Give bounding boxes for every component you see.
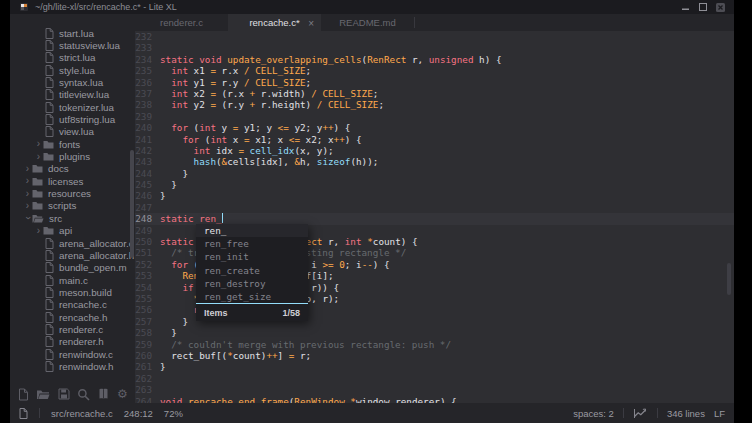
tree-item-label: licenses (48, 176, 83, 187)
tree-item-label: rencache.c (59, 299, 107, 310)
sidebar-scrollbar[interactable] (130, 150, 134, 258)
chevron-right-icon[interactable]: › (23, 176, 32, 186)
code-line-255[interactable]: 255 *rp = merge_rects(*rp, r); (135, 293, 502, 304)
new-file-button[interactable] (17, 388, 29, 401)
chevron-right-icon[interactable]: › (23, 164, 32, 174)
tree-item-syntax-lua[interactable]: syntax.lua (10, 76, 135, 88)
tree-item-renderer-c[interactable]: renderer.c (10, 323, 135, 335)
code-line-247[interactable]: 247 (135, 202, 502, 213)
chevron-right-icon[interactable]: › (23, 189, 32, 199)
autocomplete-item-ren_destroy[interactable]: ren_destroy (196, 277, 308, 290)
tree-item-rencache-h[interactable]: rencache.h (10, 311, 135, 323)
code-line-244[interactable]: 244 } (135, 168, 502, 179)
chevron-right-icon[interactable]: › (23, 201, 32, 211)
code-line-261[interactable]: 261} (135, 361, 502, 372)
tree-item-api[interactable]: ›api (10, 225, 135, 237)
tree-item-view-lua[interactable]: view.lua (10, 126, 135, 138)
status-cursor-position[interactable]: 248:12 (124, 408, 153, 419)
tree-item-docs[interactable]: ›docs (10, 163, 135, 175)
search-button[interactable] (77, 388, 90, 401)
close-tab-icon[interactable]: × (308, 17, 314, 28)
tree-item-strict-lua[interactable]: strict.lua (10, 52, 135, 64)
code-line-246[interactable]: 246} (135, 190, 502, 201)
code-line-251[interactable]: 251 /* try to merge with existing rectan… (135, 247, 502, 258)
code-line-241[interactable]: 241 for (int x = x1; x <= x2; x++) { (135, 134, 502, 145)
code-line-232[interactable]: 232 (135, 31, 502, 42)
tree-item-src[interactable]: ›src (10, 212, 135, 224)
tree-item-licenses[interactable]: ›licenses (10, 175, 135, 187)
tree-item-tokenizer-lua[interactable]: tokenizer.lua (10, 101, 135, 113)
chart-icon[interactable] (633, 408, 648, 419)
autocomplete-item-ren_free[interactable]: ren_free (196, 237, 308, 250)
tab-rencache-c[interactable]: rencache.c*× (228, 14, 321, 31)
tab-renderer-c[interactable]: renderer.c (135, 14, 228, 31)
code-line-249[interactable]: 249 (135, 225, 502, 236)
tree-item-plugins[interactable]: ›plugins (10, 150, 135, 162)
tree-item-style-lua[interactable]: style.lua (10, 64, 135, 76)
code-line-237[interactable]: 237 int x2 = (r.x + r.width) / CELL_SIZE… (135, 88, 502, 99)
code-line-263[interactable]: 263 (135, 384, 502, 395)
tree-item-rencache-c[interactable]: rencache.c (10, 299, 135, 311)
code-line-259[interactable]: 259 /* couldn't merge with previous rect… (135, 339, 502, 350)
tree-item-titleview-lua[interactable]: titleview.lua (10, 89, 135, 101)
autocomplete-item-ren_[interactable]: ren_ (196, 224, 308, 237)
tree-item-main-c[interactable]: main.c (10, 274, 135, 286)
code-line-257[interactable]: 257 } (135, 316, 502, 327)
code-line-256[interactable]: 256 return; (135, 304, 502, 315)
code-line-260[interactable]: 260 rect_buf[(*count)++] = r; (135, 350, 502, 361)
code-line-236[interactable]: 236 int y1 = r.y / CELL_SIZE; (135, 77, 502, 88)
editor-scrollbar[interactable] (727, 263, 731, 295)
tree-item-renwindow-c[interactable]: renwindow.c (10, 348, 135, 360)
code-line-238[interactable]: 238 int y2 = (r.y + r.height) / CELL_SIZ… (135, 99, 502, 110)
folder-icon (32, 214, 44, 223)
chevron-right-icon[interactable]: › (34, 226, 43, 236)
code-editor[interactable]: 232233234static void update_overlapping_… (135, 31, 734, 403)
status-filename[interactable]: src/rencache.c (51, 408, 113, 419)
code-line-239[interactable]: 239 (135, 111, 502, 122)
tree-item-scripts[interactable]: ›scripts (10, 200, 135, 212)
tree-item-bundle-open-m[interactable]: bundle_open.m (10, 262, 135, 274)
chevron-down-icon[interactable]: › (23, 214, 33, 223)
save-button[interactable] (58, 388, 70, 400)
minimize-button[interactable] (682, 3, 690, 11)
autocomplete-item-ren_get_size[interactable]: ren_get_size (196, 290, 308, 303)
tab-readme-md[interactable]: README.md (321, 14, 414, 31)
tree-item-renwindow-h[interactable]: renwindow.h (10, 360, 135, 372)
code-line-250[interactable]: 250static void push_rect(RenRect r, int … (135, 236, 502, 247)
code-line-234[interactable]: 234static void update_overlapping_cells(… (135, 54, 502, 65)
close-button[interactable] (716, 3, 725, 12)
tree-item-start-lua[interactable]: start.lua (10, 27, 135, 39)
tree-item-renderer-h[interactable]: renderer.h (10, 336, 135, 348)
code-line-245[interactable]: 245 } (135, 179, 502, 190)
code-line-252[interactable]: 252 for (int i = *count - 1; i >= 0; i--… (135, 259, 502, 270)
code-line-242[interactable]: 242 int idx = cell_idx(x, y); (135, 145, 502, 156)
chevron-right-icon[interactable]: › (34, 152, 43, 162)
status-eol-mode[interactable]: LF (714, 408, 725, 419)
settings-button[interactable]: ⚙ (117, 388, 128, 400)
code-line-258[interactable]: 258 } (135, 327, 502, 338)
status-line-count[interactable]: 346 lines (667, 408, 705, 419)
book-button[interactable] (97, 388, 110, 400)
autocomplete-item-ren_create[interactable]: ren_create (196, 264, 308, 277)
code-line-253[interactable]: 253 RenRect *rp = &rect_buf[i]; (135, 270, 502, 281)
code-line-235[interactable]: 235 int x1 = r.x / CELL_SIZE; (135, 65, 502, 76)
chevron-right-icon[interactable]: › (34, 139, 43, 149)
tree-item-statusview-lua[interactable]: statusview.lua (10, 39, 135, 51)
maximize-button[interactable] (699, 3, 707, 11)
code-line-262[interactable]: 262 (135, 373, 502, 384)
code-line-248[interactable]: 248static ren_ (135, 213, 502, 224)
code-line-233[interactable]: 233 (135, 42, 502, 53)
code-line-264[interactable]: 264void rencache_end_frame(RenWindow *wi… (135, 396, 502, 404)
tree-item-arena-allocator-c[interactable]: arena_allocator.c (10, 237, 135, 249)
tree-item-resources[interactable]: ›resources (10, 187, 135, 199)
code-line-240[interactable]: 240 for (int y = y1; y <= y2; y++) { (135, 122, 502, 133)
status-indent-mode[interactable]: spaces: 2 (573, 408, 614, 419)
tree-item-fonts[interactable]: ›fonts (10, 138, 135, 150)
code-line-254[interactable]: 254 if (rects_overlap(*rp, r)) { (135, 282, 502, 293)
tree-item-arena-allocator-h[interactable]: arena_allocator.h (10, 249, 135, 261)
autocomplete-item-ren_init[interactable]: ren_init (196, 250, 308, 263)
tree-item-utf8string-lua[interactable]: utf8string.lua (10, 113, 135, 125)
open-folder-button[interactable] (36, 389, 50, 400)
tree-item-meson-build[interactable]: meson.build (10, 286, 135, 298)
code-line-243[interactable]: 243 hash(&cells[idx], &h, sizeof(h)); (135, 156, 502, 167)
